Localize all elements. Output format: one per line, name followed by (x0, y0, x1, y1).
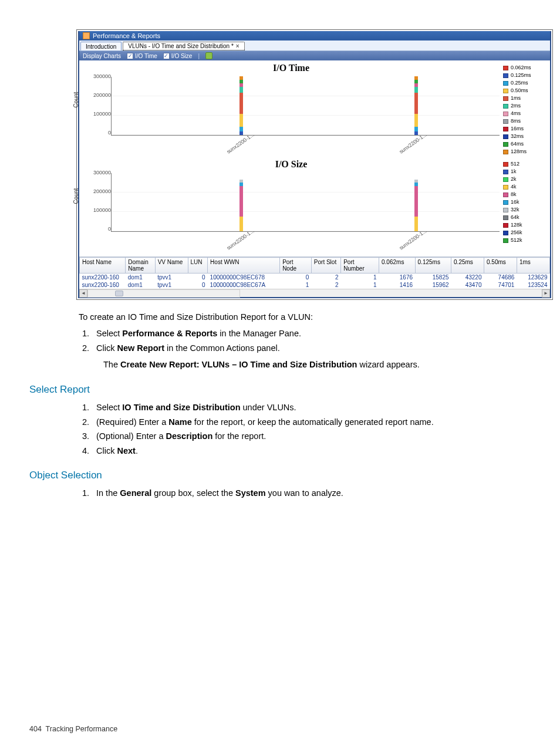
cell: 43470 (451, 281, 484, 289)
legend-item: 8k (503, 191, 548, 198)
legend-item: 512 (503, 160, 548, 168)
toolbar-label: Display Charts (83, 53, 121, 59)
legend-label: 16ms (511, 125, 524, 133)
detail-table: Host NameDomain NameVV NameLUNHost WWNPo… (79, 256, 550, 297)
cell: 2 (311, 274, 340, 282)
legend-item: 256k (503, 229, 548, 237)
cell: sunx2200-160 (80, 281, 126, 289)
legend-item: 128k (503, 221, 548, 229)
legend-io-size: 5121k2k4k8k16k32k64k128k256k512k (502, 159, 549, 255)
legend-label: 256k (511, 229, 522, 237)
column-header[interactable]: LUN (188, 258, 208, 274)
cell: 1676 (379, 274, 416, 282)
legend-item: 4k (503, 183, 548, 191)
legend-item: 64k (503, 214, 548, 221)
legend-item: 64ms (503, 140, 548, 148)
legend-label: 128ms (511, 148, 527, 156)
table-row[interactable]: sunx2200-160dom1tpvv1010000000C98EC67802… (80, 274, 550, 282)
tab-introduction[interactable]: Introduction (80, 42, 122, 50)
column-header[interactable]: 1ms (517, 258, 549, 274)
column-header[interactable]: Host WWN (208, 258, 280, 274)
io-size-label: I/O Size (171, 53, 193, 59)
legend-item: 0.25ms (503, 79, 548, 87)
y-tick: 200000 (93, 92, 111, 98)
y-tick: 200000 (93, 188, 111, 194)
y-axis-label: Count (73, 92, 79, 108)
legend-label: 512k (511, 237, 522, 244)
tab-vluns-io-dist[interactable]: VLUNs - I/O Time and Size Distribution *… (123, 42, 244, 50)
chart-io-time-title: I/O Time (83, 63, 500, 73)
bar (239, 76, 243, 135)
legend-swatch (503, 185, 508, 190)
legend-item: 1k (503, 168, 548, 175)
scroll-right-icon[interactable]: ► (542, 289, 550, 298)
legend-item: 16k (503, 198, 548, 206)
checkbox-icon: ✓ (163, 53, 170, 59)
legend-swatch (503, 170, 508, 174)
tab-introduction-label: Introduction (86, 43, 116, 50)
cell: 0 (188, 281, 208, 289)
intro-text: To create an IO Time and Size Distributi… (79, 310, 531, 323)
charts-toolbar: Display Charts ✓ I/O Time ✓ I/O Size | (79, 51, 550, 60)
legend-label: 16k (511, 198, 519, 206)
column-header[interactable]: VV Name (155, 258, 188, 274)
scroll-left-icon[interactable]: ◄ (79, 289, 87, 298)
cell: 1 (341, 274, 379, 282)
cell: 1416 (379, 281, 416, 289)
window-title: Performance & Reports (93, 32, 160, 39)
cell: 1 (280, 281, 312, 289)
legend-item: 0.50ms (503, 87, 548, 94)
display-io-time-checkbox[interactable]: ✓ I/O Time (127, 53, 157, 59)
legend-label: 32k (511, 206, 519, 214)
chart-io-size: I/O Size Count 300000 200000 100000 0 (80, 159, 549, 255)
cell: sunx2200-160 (80, 274, 126, 282)
legend-label: 64k (511, 214, 519, 221)
legend-label: 512 (511, 160, 519, 168)
column-header[interactable]: Host Name (80, 258, 126, 274)
cell: dom1 (126, 281, 155, 289)
legend-swatch (503, 81, 508, 86)
legend-swatch (503, 208, 508, 212)
legend-swatch (503, 223, 508, 228)
column-header[interactable]: 0.125ms (415, 258, 451, 274)
display-io-size-checkbox[interactable]: ✓ I/O Size (163, 53, 193, 59)
page-footer: 404 Tracking Performance (29, 725, 117, 733)
bar (239, 180, 243, 231)
legend-swatch (503, 127, 508, 131)
legend-item: 8ms (503, 117, 548, 125)
table-row[interactable]: sunx2200-160dom1tpvv1010000000C98EC67A12… (80, 281, 550, 289)
horizontal-scrollbar[interactable]: ◄ ► (79, 289, 550, 297)
column-header[interactable]: Port Node (280, 258, 312, 274)
cell: 0 (188, 274, 208, 282)
legend-label: 128k (511, 221, 522, 229)
legend-swatch (503, 200, 508, 205)
cell: 2 (311, 281, 340, 289)
legend-item: 32ms (503, 133, 548, 140)
legend-swatch (503, 119, 508, 124)
legend-swatch (503, 162, 508, 167)
column-header[interactable]: Domain Name (126, 258, 155, 274)
legend-item: 128ms (503, 148, 548, 156)
legend-swatch (503, 231, 508, 235)
legend-label: 2ms (511, 102, 521, 110)
cell: 74701 (484, 281, 517, 289)
column-header[interactable]: Port Slot (311, 258, 340, 274)
scroll-thumb[interactable] (115, 291, 123, 296)
column-header[interactable]: Port Number (341, 258, 379, 274)
app-screenshot: Performance & Reports Introduction VLUNs… (76, 29, 553, 300)
cell: 0 (280, 274, 312, 282)
column-header[interactable]: 0.25ms (451, 258, 484, 274)
legend-io-time: 0.062ms0.125ms0.25ms0.50ms1ms2ms4ms8ms16… (502, 63, 549, 159)
cell: 15825 (415, 274, 451, 282)
close-icon[interactable]: × (236, 43, 239, 49)
refresh-icon[interactable] (205, 52, 212, 59)
legend-swatch (503, 215, 508, 220)
legend-label: 0.062ms (511, 64, 531, 72)
legend-item: 1ms (503, 94, 548, 102)
legend-swatch (503, 238, 508, 243)
legend-swatch (503, 112, 508, 116)
legend-swatch (503, 142, 508, 147)
legend-label: 1ms (511, 94, 521, 102)
column-header[interactable]: 0.50ms (484, 258, 517, 274)
cell: 123629 (517, 274, 549, 282)
